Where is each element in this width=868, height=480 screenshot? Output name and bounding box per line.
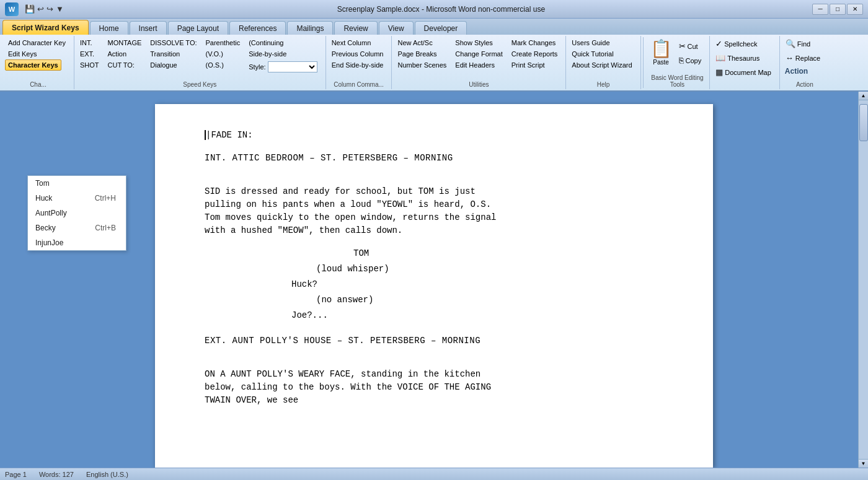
new-act-btn[interactable]: New Act/Sc xyxy=(394,37,450,48)
action-btn[interactable]: Action xyxy=(105,48,145,59)
previous-column-btn[interactable]: Previous Column xyxy=(329,48,387,59)
show-styles-btn[interactable]: Show Styles xyxy=(452,37,505,48)
menu-item-injunjoe[interactable]: InjunJoe xyxy=(28,235,126,250)
vo-btn[interactable]: (V.O.) xyxy=(203,48,244,59)
action-header: Action xyxy=(782,66,810,77)
document-map-btn[interactable]: ▦ Document Map xyxy=(712,66,774,79)
paste-btn[interactable]: 📋 Paste xyxy=(648,37,675,67)
chevron-up-icon: ▲ xyxy=(861,93,866,98)
print-script-btn[interactable]: Print Script xyxy=(508,59,561,71)
find-btn[interactable]: 🔍 Find xyxy=(782,37,813,50)
cut-btn[interactable]: ✂ Cut xyxy=(676,40,705,53)
tab-references[interactable]: References xyxy=(229,21,286,35)
document-page[interactable]: |FADE IN: INT. ATTIC BEDROOM – ST. PETER… xyxy=(155,104,713,468)
menu-item-huck[interactable]: Huck Ctrl+H xyxy=(28,191,126,206)
copy-icon: ⎘ xyxy=(679,56,684,65)
text-cursor: | xyxy=(205,130,211,140)
tab-view[interactable]: View xyxy=(379,21,414,35)
book-icon: 📖 xyxy=(715,53,725,63)
edit-keys-btn[interactable]: Edit Keys xyxy=(5,48,40,59)
group-clipboard: 📋 Paste ✂ Cut ⎘ Copy Basic Word Editing … xyxy=(645,36,711,89)
side-by-side-btn[interactable]: Side-by-side xyxy=(246,48,321,59)
group-find-action: 🔍 Find ↔ Replace Action Action xyxy=(780,36,830,89)
tab-insert[interactable]: Insert xyxy=(130,21,167,35)
transition-btn[interactable]: Transition xyxy=(147,48,200,59)
about-script-wizard-btn[interactable]: About Script Wizard xyxy=(569,59,635,71)
create-reports-btn[interactable]: Create Reports xyxy=(508,48,561,59)
continuing-btn[interactable]: (Continuing xyxy=(246,37,321,48)
status-lang: English (U.S.) xyxy=(86,471,128,478)
scene-heading-2: EXT. AUNT POLLY'S HOUSE – ST. PETERSBERG… xyxy=(205,334,676,347)
dissolve-btn[interactable]: DISSOLVE TO: xyxy=(147,37,200,48)
action-2: ON A AUNT POLLY'S WEARY FACE, standing i… xyxy=(205,355,577,407)
tab-script-wizard-keys[interactable]: Script Wizard Keys xyxy=(2,20,89,35)
tab-row: Script Wizard Keys Home Insert Page Layo… xyxy=(0,19,868,35)
montage-btn[interactable]: MONTAGE xyxy=(105,37,145,48)
utilities-col3: Mark Changes Create Reports Print Script xyxy=(508,37,561,71)
change-format-btn[interactable]: Change Format xyxy=(452,48,505,59)
undo-quick-btn[interactable]: ↩ xyxy=(37,4,44,14)
spellcheck-btn[interactable]: ✓ Spellcheck xyxy=(712,37,760,50)
find-icon: 🔍 xyxy=(786,39,795,48)
close-btn[interactable]: ✕ xyxy=(847,4,863,15)
quick-tutorial-btn[interactable]: Quick Tutorial xyxy=(569,48,616,59)
menu-item-tom[interactable]: Tom xyxy=(28,176,126,191)
group-column-commands: Next Column Previous Column End Side-by-… xyxy=(326,36,392,89)
parenthetical-2: (no answer) xyxy=(316,294,676,307)
next-column-btn[interactable]: Next Column xyxy=(329,37,374,48)
tab-mailings[interactable]: Mailings xyxy=(287,21,333,35)
speed-keys-col1: INT. EXT. SHOT xyxy=(77,37,102,71)
group-label-colcmds: Column Comma... xyxy=(326,81,392,88)
scrollbar[interactable]: ▲ ▼ xyxy=(858,92,868,468)
character-keys-btn[interactable]: Character Keys xyxy=(5,59,61,71)
tab-developer[interactable]: Developer xyxy=(415,21,467,35)
menu-item-auntpolly[interactable]: AuntPolly xyxy=(28,206,126,220)
ext-btn[interactable]: EXT. xyxy=(77,48,102,59)
scrollbar-down-btn[interactable]: ▼ xyxy=(859,459,868,468)
spellcheck-icon: ✓ xyxy=(715,39,722,48)
thesaurus-btn[interactable]: 📖 Thesaurus xyxy=(712,51,763,64)
scrollbar-up-btn[interactable]: ▲ xyxy=(859,92,868,100)
users-guide-btn[interactable]: Users Guide xyxy=(569,37,613,48)
number-scenes-btn[interactable]: Number Scenes xyxy=(394,59,450,71)
os-btn[interactable]: (O.S.) xyxy=(203,59,244,71)
menu-item-becky[interactable]: Becky Ctrl+B xyxy=(28,220,126,235)
edit-headers-btn[interactable]: Edit Headers xyxy=(452,59,505,71)
dialogue-btn[interactable]: Dialogue xyxy=(147,59,200,71)
status-page: Page 1 xyxy=(5,471,27,478)
group-label-help: Help xyxy=(566,81,640,88)
parenthetic-btn[interactable]: Parenthetic xyxy=(203,37,244,48)
group-font-format: ✓ Spellcheck 📖 Thesaurus ▦ Document Map xyxy=(710,36,780,89)
app-icon: W xyxy=(5,2,19,16)
end-side-by-side-btn[interactable]: End Side-by-side xyxy=(329,59,387,71)
window-controls: ─ □ ✕ xyxy=(812,4,863,15)
status-bar: Page 1 Words: 127 English (U.S.) xyxy=(0,468,868,480)
tab-home[interactable]: Home xyxy=(90,21,128,35)
redo-quick-btn[interactable]: ↪ xyxy=(46,4,53,14)
add-character-key-btn[interactable]: Add Character Key xyxy=(5,37,69,48)
replace-btn[interactable]: ↔ Replace xyxy=(782,51,823,64)
shot-btn[interactable]: SHOT xyxy=(77,59,102,71)
minimize-btn[interactable]: ─ xyxy=(812,4,828,15)
cut-to-btn[interactable]: CUT TO: xyxy=(105,59,145,71)
map-icon: ▦ xyxy=(715,68,723,77)
scissors-icon: ✂ xyxy=(679,41,686,51)
save-quick-btn[interactable]: 💾 xyxy=(25,4,35,14)
speed-keys-col2: MONTAGE Action CUT TO: xyxy=(105,37,145,71)
copy-btn[interactable]: ⎘ Copy xyxy=(676,54,705,67)
int-btn[interactable]: INT. xyxy=(77,37,102,48)
paste-label: Paste xyxy=(653,59,669,66)
tab-page-layout[interactable]: Page Layout xyxy=(168,21,228,35)
maximize-btn[interactable]: □ xyxy=(830,4,846,15)
speed-keys-col4: Parenthetic (V.O.) (O.S.) xyxy=(203,37,244,71)
tab-review[interactable]: Review xyxy=(334,21,377,35)
scrollbar-thumb[interactable] xyxy=(859,104,868,141)
mark-changes-btn[interactable]: Mark Changes xyxy=(508,37,561,48)
page-breaks-btn[interactable]: Page Breaks xyxy=(394,48,450,59)
ribbon-content: Add Character Key Edit Keys Character Ke… xyxy=(0,35,868,90)
ribbon: Script Wizard Keys Home Insert Page Layo… xyxy=(0,19,868,92)
style-dropdown[interactable] xyxy=(268,61,317,72)
document-area: |FADE IN: INT. ATTIC BEDROOM – ST. PETER… xyxy=(0,92,868,468)
customize-quick-btn[interactable]: ▼ xyxy=(56,4,64,14)
action-1: SID is dressed and ready for school, but… xyxy=(205,172,577,237)
